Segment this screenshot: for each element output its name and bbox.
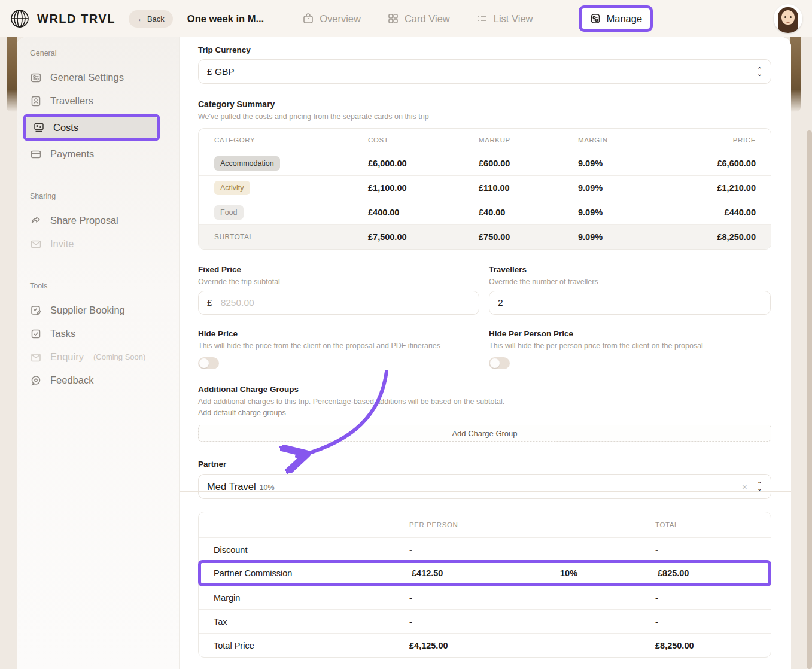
col-header-total: TOTAL <box>655 521 771 528</box>
travellers-inputbox <box>489 291 771 315</box>
coming-soon-suffix: (Coming Soon) <box>93 352 145 361</box>
sidebar-item-general-settings[interactable]: General Settings <box>30 66 179 89</box>
brand-name: WRLD TRVL <box>37 12 115 26</box>
traveller-icon <box>30 95 42 107</box>
sidebar-item-costs[interactable]: Costs <box>26 117 157 138</box>
trip-currency-select[interactable]: £ GBP ⌃⌄ <box>198 59 771 84</box>
category-badge: Activity <box>214 181 250 195</box>
subtotal-markup: £750.00 <box>479 232 578 242</box>
subtotal-label: SUBTOTAL <box>199 233 368 241</box>
back-button[interactable]: ← Back <box>129 10 173 28</box>
travellers-hint: Override the number of travellers <box>489 278 771 286</box>
share-icon <box>30 215 42 227</box>
col-header-per-person: PER PERSON <box>409 521 558 528</box>
partner-label: Partner <box>198 460 771 469</box>
manage-icon <box>589 13 601 25</box>
sidebar-section-general: General <box>30 49 179 57</box>
price-cell: £6,600.00 <box>680 159 771 168</box>
totals-header-row: PER PERSON TOTAL <box>199 512 771 537</box>
feedback-bubble-icon <box>30 375 42 387</box>
sidebar-item-enquiry[interactable]: Enquiry (Coming Soon) <box>30 345 179 369</box>
margin-cell: 9.09% <box>578 159 680 168</box>
tab-list-view[interactable]: List View <box>476 13 533 25</box>
toggle-knob <box>199 358 209 368</box>
add-charge-group-button[interactable]: Add Charge Group <box>198 425 771 442</box>
backdrop-photo-left <box>7 37 17 112</box>
annotation-box-costs: Costs <box>23 114 160 141</box>
col-header-markup: MARKUP <box>479 136 578 144</box>
col-header-cost: COST <box>368 136 479 144</box>
cost-cell: £400.00 <box>368 208 479 217</box>
briefcase-icon <box>302 13 314 25</box>
category-badge: Accommodation <box>214 156 280 171</box>
sidebar-item-supplier-booking[interactable]: Supplier Booking <box>30 299 179 322</box>
settings-sliders-icon <box>30 72 42 84</box>
add-default-charge-groups-link[interactable]: Add default charge groups <box>198 409 286 417</box>
partner-percentage: 10% <box>260 483 275 492</box>
sidebar-item-feedback[interactable]: Feedback <box>30 369 179 392</box>
tab-manage[interactable]: Manage <box>579 5 653 32</box>
main-content: Trip Currency £ GBP ⌃⌄ Category Summary … <box>180 37 791 669</box>
sidebar-item-share-proposal[interactable]: Share Proposal <box>30 209 179 232</box>
totals-row-total-price: Total Price £4,125.00 £8,250.00 <box>199 633 771 657</box>
avatar-eye <box>790 16 792 18</box>
booking-edit-icon <box>30 305 42 317</box>
brand: WRLD TRVL <box>8 7 115 30</box>
totals-row-tax: Tax - - <box>199 609 771 633</box>
credit-card-icon <box>30 148 42 160</box>
sidebar-item-invite[interactable]: Invite <box>30 232 179 256</box>
hide-per-person-label: Hide Per Person Price <box>489 329 771 338</box>
hide-per-person-hint: This will hide the per person price from… <box>489 342 771 350</box>
tab-overview[interactable]: Overview <box>302 13 361 25</box>
margin-cell: 9.09% <box>578 208 680 217</box>
category-summary-table: CATEGORY COST MARKUP MARGIN PRICE Accomm… <box>198 128 771 250</box>
markup-cell: £110.00 <box>479 183 578 193</box>
envelope-icon <box>30 238 42 250</box>
table-row: Food £400.00 £40.00 9.09% £440.00 <box>199 200 771 224</box>
currency-prefix: £ <box>207 297 212 308</box>
table-row: Accommodation £6,000.00 £600.00 9.09% £6… <box>199 151 771 175</box>
fixed-price-hint: Override the trip subtotal <box>198 278 479 286</box>
toggle-knob <box>490 358 500 368</box>
hide-price-label: Hide Price <box>198 329 479 338</box>
sidebar-item-tasks[interactable]: Tasks <box>30 322 179 345</box>
scrollbar-thumb[interactable] <box>807 130 812 669</box>
sidebar-item-payments[interactable]: Payments <box>30 142 179 166</box>
fixed-price-input[interactable] <box>221 297 470 308</box>
subtotal-row: SUBTOTAL £7,500.00 £750.00 9.09% £8,250.… <box>199 224 771 249</box>
fixed-price-inputbox: £ <box>198 291 479 315</box>
sidebar-section-sharing: Sharing <box>30 192 179 200</box>
table-header-row: CATEGORY COST MARKUP MARGIN PRICE <box>199 129 771 151</box>
charge-groups-label: Additional Charge Groups <box>198 385 771 394</box>
hide-per-person-toggle[interactable] <box>489 357 510 369</box>
charge-groups-hint: Add additional charges to this trip. Per… <box>198 397 771 406</box>
sidebar-section-tools: Tools <box>30 282 179 290</box>
col-header-margin: MARGIN <box>578 136 680 144</box>
fixed-price-label: Fixed Price <box>198 265 479 274</box>
tab-card-view[interactable]: Card View <box>387 13 450 25</box>
markup-cell: £600.00 <box>479 159 578 168</box>
subtotal-price: £8,250.00 <box>680 232 771 242</box>
totals-row-discount: Discount - - <box>199 537 771 561</box>
user-avatar[interactable] <box>774 4 802 33</box>
clear-partner-icon[interactable]: × <box>742 482 747 492</box>
partner-select[interactable]: Med Travel 10% × ⌃⌄ <box>198 474 771 499</box>
price-cell: £440.00 <box>680 208 771 217</box>
partner-value: Med Travel <box>207 481 256 492</box>
sidebar-item-travellers[interactable]: Travellers <box>30 89 179 112</box>
backdrop-photo-right <box>790 37 801 112</box>
travellers-input[interactable] <box>498 297 762 308</box>
hide-price-toggle[interactable] <box>198 357 219 369</box>
totals-table: PER PERSON TOTAL Discount - - Partner Co… <box>198 512 771 658</box>
checkbox-icon <box>30 328 42 340</box>
scrollbar-track[interactable] <box>804 37 812 669</box>
totals-row-partner-commission: Partner Commission £412.50 10% £825.00 <box>198 560 771 586</box>
cost-cell: £1,100.00 <box>368 183 479 193</box>
table-row: Activity £1,100.00 £110.00 9.09% £1,210.… <box>199 175 771 200</box>
chevron-updown-icon: ⌃⌄ <box>757 68 762 76</box>
inbox-icon <box>30 351 42 363</box>
col-header-price: PRICE <box>680 136 771 144</box>
sidebar: General General Settings Travellers <box>17 37 180 669</box>
manage-panel: General General Settings Travellers <box>17 37 791 669</box>
subtotal-cost: £7,500.00 <box>368 232 479 242</box>
